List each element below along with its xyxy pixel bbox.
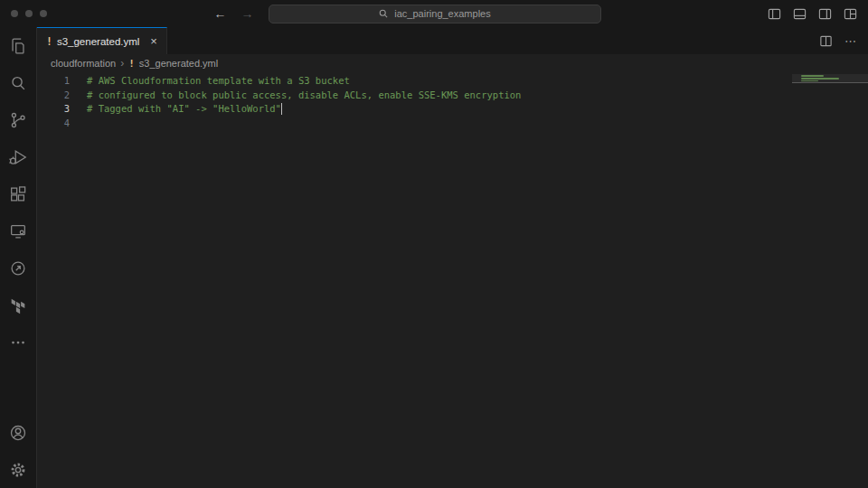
warning-indicator: !: [128, 58, 135, 70]
settings-gear-icon[interactable]: [0, 451, 36, 488]
toggle-panel-icon[interactable]: [793, 7, 807, 21]
command-center-search[interactable]: iac_pairing_examples: [269, 5, 601, 23]
minimap-line: [801, 75, 824, 77]
line-number: 3: [37, 102, 70, 117]
titlebar: ← → iac_pairing_examples: [0, 0, 868, 27]
warning-indicator: !: [46, 35, 52, 48]
forward-arrow-icon[interactable]: →: [241, 6, 254, 21]
editor-group: ! s3_generated.yml × ⋯ cloudformation › …: [37, 27, 868, 488]
code-text: # Tagged with "AI" -> "HelloWorld": [70, 102, 281, 117]
tab-label: s3_generated.yml: [57, 36, 139, 47]
run-and-debug-icon[interactable]: [0, 138, 36, 175]
line-number: 1: [37, 74, 70, 89]
code-text: # configured to block public access, dis…: [70, 89, 521, 103]
tab-s3-generated-yml[interactable]: ! s3_generated.yml ×: [37, 27, 167, 54]
minimap-line: [801, 78, 839, 80]
search-icon[interactable]: [0, 64, 36, 101]
maximize-window-button[interactable]: [40, 10, 47, 17]
activity-bar: [0, 27, 37, 488]
text-cursor: [281, 103, 283, 115]
toggle-secondary-sidebar-icon[interactable]: [818, 7, 832, 21]
layout-controls: [768, 7, 857, 21]
code-line[interactable]: 4: [37, 117, 868, 131]
more-views-icon[interactable]: [0, 324, 36, 361]
minimize-window-button[interactable]: [25, 10, 33, 17]
code-line[interactable]: 1# AWS Cloudformation template with a S3…: [37, 74, 868, 89]
line-number: 2: [37, 89, 70, 103]
search-icon: [378, 8, 389, 19]
code-editor[interactable]: 1# AWS Cloudformation template with a S3…: [37, 72, 868, 488]
code-text: # AWS Cloudformation template with a S3 …: [70, 74, 350, 89]
code-text: [70, 117, 87, 131]
minimap-line: [801, 80, 818, 82]
close-window-button[interactable]: [11, 10, 18, 17]
split-editor-icon[interactable]: [819, 34, 833, 48]
customize-layout-icon[interactable]: [844, 7, 857, 21]
extensions-icon[interactable]: [0, 175, 36, 212]
terraform-icon[interactable]: [0, 286, 36, 324]
back-arrow-icon[interactable]: ←: [214, 6, 227, 21]
tab-bar: ! s3_generated.yml × ⋯: [37, 27, 868, 54]
circle-arrow-icon[interactable]: [0, 249, 36, 286]
close-icon[interactable]: ×: [150, 34, 157, 48]
minimap-lines: [801, 75, 839, 81]
command-center-text: iac_pairing_examples: [394, 8, 490, 19]
explorer-icon[interactable]: [0, 27, 36, 64]
accounts-icon[interactable]: [0, 414, 36, 451]
more-actions-icon[interactable]: ⋯: [844, 34, 857, 48]
toggle-primary-sidebar-icon[interactable]: [768, 7, 781, 21]
editor-actions: ⋯: [819, 27, 857, 54]
minimap[interactable]: [792, 74, 868, 192]
breadcrumb-file[interactable]: s3_generated.yml: [139, 58, 218, 69]
breadcrumb: cloudformation › ! s3_generated.yml: [37, 54, 868, 72]
history-navigation: ← →: [214, 6, 254, 21]
line-number: 4: [37, 117, 70, 131]
code-lines: 1# AWS Cloudformation template with a S3…: [37, 74, 868, 130]
source-control-icon[interactable]: [0, 101, 36, 138]
vscode-window: ← → iac_pairing_examples: [0, 0, 868, 488]
code-line[interactable]: 3# Tagged with "AI" -> "HelloWorld": [37, 102, 868, 117]
breadcrumb-folder[interactable]: cloudformation: [51, 58, 116, 69]
remote-explorer-icon[interactable]: [0, 212, 36, 249]
code-line[interactable]: 2# configured to block public access, di…: [37, 89, 868, 103]
window-controls: [11, 10, 47, 17]
chevron-right-icon: ›: [120, 57, 124, 70]
